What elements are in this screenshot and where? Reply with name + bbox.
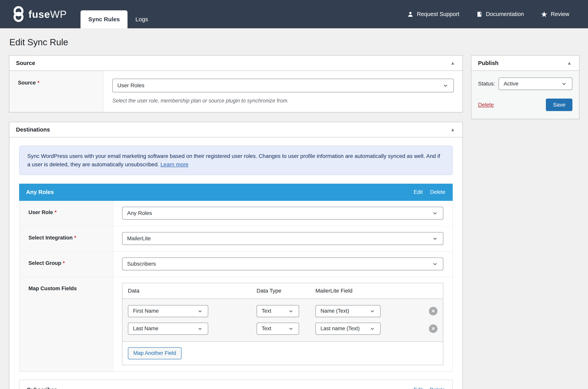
- destination-card-body: User Role* Any Roles: [19, 201, 453, 372]
- integration-select[interactable]: MailerLite: [122, 232, 443, 245]
- map-field-row: Last Name: [122, 323, 443, 335]
- tab-sync-rules[interactable]: Sync Rules: [81, 10, 128, 28]
- book-icon: [476, 11, 483, 18]
- sync-info-box: Sync WordPress users with your email mar…: [19, 146, 453, 175]
- learn-more-link[interactable]: Learn more: [161, 162, 188, 167]
- integration-row: Select Integration* MailerLite: [20, 226, 452, 251]
- request-support-label: Request Support: [417, 11, 459, 17]
- mailerlite-field-select-value: Name (Text): [321, 308, 349, 314]
- destination-edit-link[interactable]: Edit: [414, 189, 423, 195]
- data-select-value: First Name: [133, 308, 159, 314]
- save-button[interactable]: Save: [546, 98, 572, 111]
- column-header-data: Data: [128, 288, 256, 294]
- review-link[interactable]: ★ Review: [541, 10, 569, 18]
- column-header-mailerlite-field: MailerLite Field: [315, 288, 422, 294]
- collapse-arrow-icon: ▲: [567, 60, 572, 65]
- group-row: Select Group* Subscribers: [20, 251, 452, 277]
- map-custom-fields-row: Map Custom Fields Data Data Type MailerL…: [20, 277, 452, 371]
- required-asterisk: *: [63, 260, 65, 266]
- star-icon: ★: [541, 10, 548, 18]
- brand-light: WP: [50, 9, 67, 20]
- destination-card-any-roles: Any Roles Edit Delete User Role*: [19, 184, 453, 372]
- mailerlite-field-select[interactable]: Name (Text): [315, 305, 381, 317]
- data-select[interactable]: Last Name: [128, 323, 208, 335]
- chevron-down-icon: [432, 236, 438, 241]
- data-select[interactable]: First Name: [128, 305, 208, 317]
- remove-field-button[interactable]: ✕: [429, 324, 438, 333]
- map-table-rows: First Name: [122, 298, 443, 341]
- remove-field-button[interactable]: ✕: [429, 307, 438, 315]
- user-role-select-value: Any Roles: [127, 210, 152, 216]
- source-panel: Source ▲ Source* User Roles: [9, 55, 463, 112]
- status-select-value: Active: [504, 81, 518, 87]
- documentation-link[interactable]: Documentation: [476, 11, 524, 18]
- group-label: Select Group*: [20, 252, 113, 277]
- data-type-select-value: Text: [262, 325, 271, 332]
- map-another-field-button[interactable]: Map Another Field: [128, 347, 182, 359]
- chevron-down-icon: [288, 326, 294, 331]
- brand-name: fuseWP: [28, 8, 67, 20]
- topbar-tabs: Sync Rules Logs: [81, 0, 156, 28]
- sync-info-text: Sync WordPress users with your email mar…: [27, 153, 440, 167]
- destinations-panel-body: Sync WordPress users with your email mar…: [9, 137, 462, 389]
- status-label: Status:: [478, 81, 495, 87]
- collapse-arrow-icon: ▲: [450, 127, 455, 132]
- source-collapse-button[interactable]: ▲: [449, 60, 456, 66]
- data-type-select[interactable]: Text: [256, 323, 299, 335]
- map-table-footer: Map Another Field: [122, 341, 443, 365]
- data-type-select[interactable]: Text: [256, 305, 299, 317]
- close-icon: ✕: [431, 309, 435, 314]
- tab-logs-label: Logs: [135, 16, 148, 23]
- review-label: Review: [551, 11, 569, 17]
- integration-label: Select Integration*: [20, 226, 113, 251]
- tab-sync-rules-label: Sync Rules: [88, 16, 120, 23]
- delete-rule-link[interactable]: Delete: [478, 102, 494, 108]
- user-role-row: User Role* Any Roles: [20, 201, 452, 226]
- subscriber-delete-link[interactable]: Delete: [430, 387, 445, 389]
- source-help-text: Select the user role, membership plan or…: [112, 98, 454, 104]
- publish-panel: Publish ▲ Status: Active: [471, 55, 579, 119]
- tab-logs[interactable]: Logs: [128, 10, 156, 28]
- destination-card-subscriber: Subscriber Edit Delete: [19, 380, 453, 389]
- chevron-down-icon: [432, 210, 438, 216]
- group-select[interactable]: Subscribers: [122, 258, 443, 270]
- close-icon: ✕: [431, 326, 435, 331]
- topbar-actions: Request Support Documentation ★ Review: [407, 0, 588, 28]
- status-select[interactable]: Active: [499, 77, 572, 90]
- chevron-down-icon: [432, 261, 438, 267]
- required-asterisk: *: [55, 209, 57, 215]
- destination-delete-link[interactable]: Delete: [430, 189, 445, 195]
- main-column: Source ▲ Source* User Roles: [9, 55, 463, 389]
- required-asterisk: *: [74, 235, 76, 241]
- destinations-collapse-button[interactable]: ▲: [449, 126, 456, 133]
- source-panel-body: Source* User Roles Select the user role,…: [9, 70, 462, 112]
- mailerlite-field-select-value: Last name (Text): [321, 325, 360, 332]
- integration-select-value: MailerLite: [127, 235, 151, 242]
- chevron-down-icon: [197, 326, 203, 331]
- column-header-data-type: Data Type: [256, 288, 315, 294]
- map-custom-fields-label: Map Custom Fields: [20, 277, 113, 371]
- chevron-down-icon: [370, 326, 375, 331]
- map-fields-table: Data Data Type MailerLite Field: [122, 283, 443, 365]
- required-asterisk: *: [37, 80, 40, 86]
- subscriber-edit-link[interactable]: Edit: [414, 387, 423, 389]
- brand-bold: fuse: [28, 9, 50, 20]
- request-support-link[interactable]: Request Support: [407, 11, 459, 18]
- chevron-down-icon: [370, 308, 375, 314]
- subscriber-card-title: Subscriber: [27, 387, 56, 389]
- source-field-area: User Roles Select the user role, members…: [103, 71, 462, 112]
- source-field-label: Source*: [9, 71, 103, 112]
- publish-collapse-button[interactable]: ▲: [566, 60, 573, 66]
- destinations-panel-title: Destinations: [16, 127, 50, 133]
- topbar: fuseWP Sync Rules Logs Request Support D…: [0, 0, 588, 28]
- source-select[interactable]: User Roles: [112, 79, 454, 92]
- publish-panel-body: Status: Active Delete Save: [471, 70, 579, 119]
- user-role-select[interactable]: Any Roles: [122, 207, 443, 220]
- destination-card-title: Any Roles: [26, 189, 54, 195]
- mailerlite-field-select[interactable]: Last name (Text): [315, 323, 381, 335]
- sidebar-column: Publish ▲ Status: Active: [471, 55, 579, 119]
- source-panel-header: Source ▲: [9, 56, 462, 70]
- publish-panel-header: Publish ▲: [471, 56, 579, 70]
- page-content: Edit Sync Rule Source ▲ Source*: [0, 28, 588, 389]
- data-type-select-value: Text: [262, 308, 271, 314]
